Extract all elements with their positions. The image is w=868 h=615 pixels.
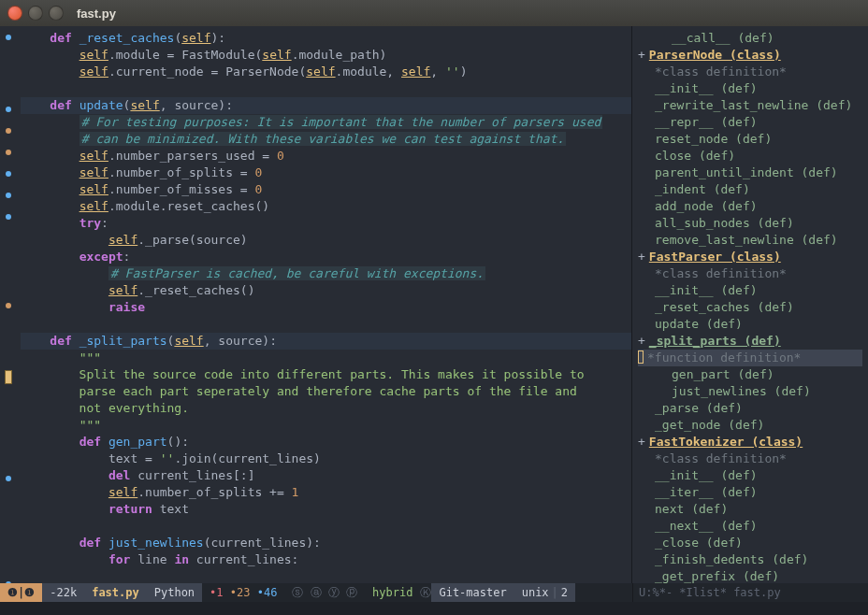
code-line[interactable]: Split the source code into different par… xyxy=(21,366,631,383)
outline-item[interactable]: +_split_parts (def) xyxy=(638,333,862,350)
code-line[interactable]: parse each part seperately and therefore… xyxy=(21,383,631,400)
code-line[interactable]: self.module = FastModule(self.module_pat… xyxy=(21,47,631,64)
code-line[interactable]: raise xyxy=(21,299,631,316)
maximize-icon[interactable] xyxy=(49,6,64,21)
modeline-flags: ❶|❶ xyxy=(0,583,42,602)
close-icon[interactable] xyxy=(7,6,22,21)
outline-item[interactable]: __call__ (def) xyxy=(638,30,862,47)
code-line[interactable]: # For testing purposes: It is important … xyxy=(21,114,631,131)
code-line[interactable]: for line in current_lines: xyxy=(21,551,631,568)
code-line[interactable]: self.module.reset_caches() xyxy=(21,198,631,215)
modeline-inactive[interactable]: U:%*- *Ilist* fast.py xyxy=(632,583,868,602)
code-line[interactable]: try: xyxy=(21,215,631,232)
outline-item[interactable]: _rewrite_last_newline (def) xyxy=(638,97,862,114)
code-line[interactable]: text = ''.join(current_lines) xyxy=(21,451,631,467)
code-line[interactable]: return text xyxy=(21,501,631,518)
outline-pane[interactable]: __call__ (def)+ParserNode (class)*class … xyxy=(632,26,868,583)
outline-item[interactable]: _finish_dedents (def) xyxy=(638,551,862,568)
flycheck-errors: •1 •23 •46 xyxy=(202,583,284,602)
modeline-vcs: Git-master xyxy=(431,583,514,602)
code-line[interactable]: del current_lines[:] xyxy=(21,467,631,484)
modeline-buffer: fast.py xyxy=(84,583,147,602)
modeline-enc: unix | 2 xyxy=(514,583,575,602)
outline-item[interactable]: __iter__ (def) xyxy=(638,484,862,501)
outline-item[interactable]: *class definition* xyxy=(638,265,862,282)
outline-item[interactable]: update (def) xyxy=(638,316,862,333)
outline-cursor xyxy=(638,350,644,364)
code-line[interactable]: self.number_parsers_used = 0 xyxy=(21,148,631,164)
code-line[interactable] xyxy=(21,316,631,333)
outline-item[interactable]: _get_node (def) xyxy=(638,417,862,434)
outline-item[interactable]: *function definition* xyxy=(638,350,862,366)
outline-item[interactable]: just_newlines (def) xyxy=(638,383,862,400)
code-line[interactable]: def update(self, source): xyxy=(21,97,631,114)
modeline-size: - 22k xyxy=(42,583,84,602)
outline-item[interactable]: __init__ (def) xyxy=(638,282,862,299)
code-line[interactable]: def just_newlines(current_lines): xyxy=(21,535,631,551)
window-titlebar: fast.py xyxy=(0,0,868,26)
code-line[interactable]: """ xyxy=(21,350,631,366)
outline-item[interactable]: gen_part (def) xyxy=(638,366,862,383)
editor-gutter xyxy=(0,26,17,583)
outline-item[interactable]: _get_prefix (def) xyxy=(638,568,862,583)
code-line[interactable]: self._reset_caches() xyxy=(21,282,631,299)
outline-item[interactable]: *class definition* xyxy=(638,451,862,467)
outline-item[interactable]: __init__ (def) xyxy=(638,467,862,484)
outline-item[interactable]: reset_node (def) xyxy=(638,131,862,148)
window-title: fast.py xyxy=(77,7,116,21)
outline-item[interactable]: parent_until_indent (def) xyxy=(638,164,862,181)
code-area[interactable]: def _reset_caches(self): self.module = F… xyxy=(17,26,631,583)
code-line[interactable] xyxy=(21,80,631,97)
outline-item[interactable]: _parse (def) xyxy=(638,400,862,417)
code-line[interactable]: def _split_parts(self, source): xyxy=(21,333,631,350)
outline-item[interactable]: __repr__ (def) xyxy=(638,114,862,131)
outline-item[interactable]: _indent (def) xyxy=(638,181,862,198)
outline-item[interactable]: __next__ (def) xyxy=(638,518,862,535)
code-line[interactable]: self.current_node = ParserNode(self.modu… xyxy=(21,64,631,80)
modeline-active[interactable]: ❶|❶ - 22k fast.py Python •1 •23 •46 ⓢ ⓐ … xyxy=(0,583,632,602)
outline-item[interactable]: +FastParser (class) xyxy=(638,249,862,265)
outline-item[interactable]: remove_last_newline (def) xyxy=(638,232,862,249)
outline-item[interactable]: close (def) xyxy=(638,148,862,164)
code-line[interactable]: self.number_of_splits += 1 xyxy=(21,484,631,501)
outline-item[interactable]: next (def) xyxy=(638,501,862,518)
outline-item[interactable]: +ParserNode (class) xyxy=(638,47,862,64)
editor-pane: def _reset_caches(self): self.module = F… xyxy=(0,26,632,583)
minor-modes: ⓢ ⓐ ⓨ ⓟ xyxy=(284,583,365,602)
code-line[interactable]: """ xyxy=(21,417,631,434)
code-line[interactable]: not everything. xyxy=(21,400,631,417)
code-line[interactable]: def _reset_caches(self): xyxy=(21,30,631,47)
modeline-row: ❶|❶ - 22k fast.py Python •1 •23 •46 ⓢ ⓐ … xyxy=(0,583,868,602)
outline-item[interactable]: _close (def) xyxy=(638,535,862,551)
outline-item[interactable]: __init__ (def) xyxy=(638,80,862,97)
modeline-evil: hybrid xyxy=(365,583,420,602)
code-line[interactable]: self.number_of_misses = 0 xyxy=(21,181,631,198)
outline-item[interactable]: _reset_caches (def) xyxy=(638,299,862,316)
echo-area[interactable] xyxy=(0,602,868,615)
outline-item[interactable]: +FastTokenizer (class) xyxy=(638,434,862,451)
modeline-k: Ⓚ xyxy=(420,585,431,601)
code-line[interactable]: # FastParser is cached, be careful with … xyxy=(21,265,631,282)
minimize-icon[interactable] xyxy=(28,6,43,21)
code-line[interactable]: self._parse(source) xyxy=(21,232,631,249)
code-line[interactable]: # can be minimized. With these variables… xyxy=(21,131,631,148)
code-line[interactable] xyxy=(21,518,631,535)
code-line[interactable]: self.number_of_splits = 0 xyxy=(21,164,631,181)
code-line[interactable]: def gen_part(): xyxy=(21,434,631,451)
outline-item[interactable]: *class definition* xyxy=(638,64,862,80)
outline-item[interactable]: add_node (def) xyxy=(638,198,862,215)
workspace: def _reset_caches(self): self.module = F… xyxy=(0,26,868,583)
code-line[interactable]: except: xyxy=(21,249,631,265)
outline-item[interactable]: all_sub_nodes (def) xyxy=(638,215,862,232)
modeline-mode: Python xyxy=(147,583,202,602)
